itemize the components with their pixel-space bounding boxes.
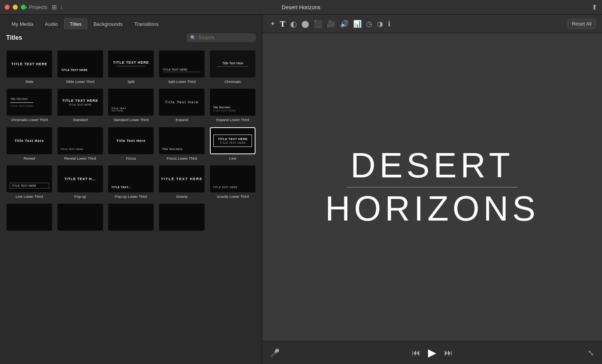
- title-item-popup[interactable]: TITLE TEXT H... Pop-up: [56, 164, 105, 201]
- thumb-slide: TITLE TEXT HERE: [7, 51, 52, 78]
- camera-tool-icon[interactable]: 🎥: [327, 20, 335, 28]
- thumb-more-2: [57, 204, 103, 231]
- crop-tool-icon[interactable]: ⬛: [314, 20, 322, 28]
- tab-transitions[interactable]: Transitions: [129, 19, 164, 29]
- title-item-more-4[interactable]: [157, 202, 206, 232]
- skip-back-button[interactable]: ⏮: [412, 348, 420, 358]
- thumb-line-lower-third: TITLE TEXT HERE: [7, 165, 52, 192]
- thumb-gravity: TITLE TEXT HERE: [159, 165, 205, 192]
- title-label-popup-lower-third: Pop-up Lower Third: [115, 194, 147, 199]
- title-label-line: Line: [229, 156, 236, 161]
- tab-audio[interactable]: Audio: [39, 19, 63, 29]
- title-item-more-2[interactable]: [56, 202, 105, 232]
- thumb-popup-lower-third: TITLE TEXT...: [108, 165, 154, 192]
- title-label-slide: Slide: [25, 79, 33, 84]
- title-label-chromatic: Chromatic: [224, 79, 241, 84]
- titles-grid: TITLE TEXT HERE Slide TITLE TEXT HERE Sl…: [0, 46, 262, 364]
- share-icon[interactable]: ⬆: [592, 3, 597, 12]
- title-item-chromatic[interactable]: Title Text Here Chromatic: [208, 49, 257, 86]
- style-tool-icon[interactable]: ◐: [290, 19, 297, 29]
- thumb-focus-lower-third: Title Text Here: [159, 127, 205, 154]
- filter-tool-icon[interactable]: ◑: [377, 20, 383, 28]
- reset-all-button[interactable]: Reset All: [568, 19, 596, 29]
- title-label-split-lower-third: Split Lower Third: [168, 79, 196, 84]
- preview-content: DESERT HORIZONS: [325, 147, 539, 228]
- magic-wand-icon[interactable]: ✦: [270, 20, 275, 27]
- title-item-reveal-lower-third[interactable]: Title Text Here Reveal Lower Third: [56, 126, 105, 162]
- title-item-gravity-lower-third[interactable]: TITLE TEXT HERE Gravity Lower Third: [208, 164, 257, 201]
- title-label-expand: Expand: [176, 118, 188, 122]
- title-item-focus[interactable]: Title Text Here Focus: [107, 126, 156, 162]
- title-item-split[interactable]: TITLE TEXT HERE Split: [107, 49, 156, 86]
- title-item-standard-lower-third[interactable]: TITLE TEXT TEXT HERE Standard Lower Thir…: [107, 87, 156, 124]
- play-button[interactable]: ▶: [428, 346, 436, 359]
- title-label-split: Split: [127, 79, 134, 84]
- title-item-line-lower-third[interactable]: TITLE TEXT HERE Line Lower Third: [5, 164, 54, 201]
- preview-divider: [347, 187, 518, 187]
- tab-titles[interactable]: Titles: [64, 19, 88, 29]
- title-item-slide[interactable]: TITLE TEXT HERE Slide: [5, 49, 54, 86]
- microphone-icon[interactable]: 🎤: [270, 348, 280, 357]
- chevron-left-icon: ‹: [26, 4, 27, 10]
- title-label-standard-lower-third: Standard Lower Third: [113, 118, 149, 122]
- title-label-popup: Pop-up: [74, 194, 86, 199]
- thumb-more-3: [108, 204, 154, 231]
- fullscreen-icon[interactable]: ⤡: [588, 348, 594, 357]
- color-tool-icon[interactable]: ⬤: [301, 20, 309, 28]
- skip-forward-button[interactable]: ⏭: [444, 348, 453, 358]
- speed-tool-icon[interactable]: ◷: [366, 20, 372, 28]
- thumb-slide-lower-third: TITLE TEXT HERE: [57, 51, 103, 78]
- info-tool-icon[interactable]: ℹ: [388, 20, 391, 28]
- title-label-reveal-lower-third: Reveal Lower Third: [64, 156, 96, 161]
- title-item-chromatic-lower-third[interactable]: Title Text Here TITLE TEXT HERE Chromati…: [5, 87, 54, 124]
- tab-backgrounds[interactable]: Backgrounds: [88, 19, 128, 29]
- title-label-standard: Standard: [73, 118, 88, 122]
- search-input[interactable]: [198, 35, 252, 40]
- title-label-focus: Focus: [126, 156, 136, 161]
- thumb-focus: Title Text Here: [108, 127, 154, 154]
- title-item-slide-lower-third[interactable]: TITLE TEXT HERE Slide Lower Third: [56, 49, 105, 86]
- title-item-more-1[interactable]: [5, 202, 54, 232]
- storyboard-icon[interactable]: ⊞: [52, 3, 57, 11]
- title-label-gravity-lower-third: Gravity Lower Third: [217, 194, 249, 199]
- playback-bar: 🎤 ⏮ ▶ ⏭ ⤡: [262, 341, 602, 364]
- title-item-more-3[interactable]: [107, 202, 156, 232]
- thumb-reveal-lower-third: Title Text Here: [57, 127, 103, 154]
- title-item-focus-lower-third[interactable]: Title Text Here Focus Lower Third: [157, 126, 206, 162]
- chart-tool-icon[interactable]: 📊: [353, 20, 362, 28]
- title-label-line-lower-third: Line Lower Third: [16, 194, 43, 199]
- text-tool-icon[interactable]: T: [280, 19, 286, 29]
- title-item-split-lower-third[interactable]: TITLE TEXT HERE Split Lower Third: [157, 49, 206, 86]
- thumb-standard: TITLE TEXT HERE TITLE TEXT HERE: [57, 89, 103, 116]
- audio-tool-icon[interactable]: 🔊: [340, 20, 348, 28]
- back-to-projects[interactable]: ‹ Projects: [26, 4, 47, 10]
- tab-my-media[interactable]: My Media: [6, 19, 39, 29]
- title-item-popup-lower-third[interactable]: TITLE TEXT... Pop-up Lower Third: [107, 164, 156, 201]
- title-item-standard[interactable]: TITLE TEXT HERE TITLE TEXT HERE Standard: [56, 87, 105, 124]
- title-label-slide-lower-third: Slide Lower Third: [66, 79, 95, 84]
- traffic-lights: [5, 5, 26, 10]
- title-item-line[interactable]: TITLE TEXT HERE TITLE TEXT HERE Line: [208, 126, 257, 162]
- titlebar: ‹ Projects ⊞ ↓ Desert Horizons ⬆: [0, 0, 602, 15]
- titles-header: Titles 🔍: [0, 29, 262, 46]
- title-item-expand[interactable]: Title Text Here Expand: [157, 87, 206, 124]
- minimize-button[interactable]: [13, 5, 18, 10]
- thumb-split-lower-third: TITLE TEXT HERE: [159, 51, 205, 78]
- search-icon: 🔍: [190, 35, 196, 40]
- thumb-chromatic: Title Text Here: [210, 51, 255, 78]
- thumb-expand-lower-third: Title Text Here Title Text Here: [210, 89, 255, 116]
- title-item-reveal[interactable]: Title Text Here Reveal: [5, 126, 54, 162]
- right-panel: ✦ T ◐ ⬤ ⬛ 🎥 🔊 📊 ◷ ◑ ℹ Reset All DESERT H…: [262, 15, 602, 364]
- search-box[interactable]: 🔍: [186, 33, 256, 42]
- thumb-standard-lower-third: TITLE TEXT TEXT HERE: [108, 89, 154, 116]
- thumb-chromatic-lower-third: Title Text Here TITLE TEXT HERE: [7, 89, 52, 116]
- title-label-focus-lower-third: Focus Lower Third: [167, 156, 197, 161]
- line-inner: TITLE TEXT HERE TITLE TEXT HERE: [213, 135, 252, 147]
- media-tabs: My Media Audio Titles Backgrounds Transi…: [0, 15, 262, 29]
- thumb-popup: TITLE TEXT H...: [57, 165, 103, 192]
- maximize-button[interactable]: [21, 5, 26, 10]
- arrow-down-icon[interactable]: ↓: [60, 3, 63, 11]
- title-item-expand-lower-third[interactable]: Title Text Here Title Text Here Expand L…: [208, 87, 257, 124]
- title-item-gravity[interactable]: TITLE TEXT HERE Gravity: [157, 164, 206, 201]
- close-button[interactable]: [5, 5, 10, 10]
